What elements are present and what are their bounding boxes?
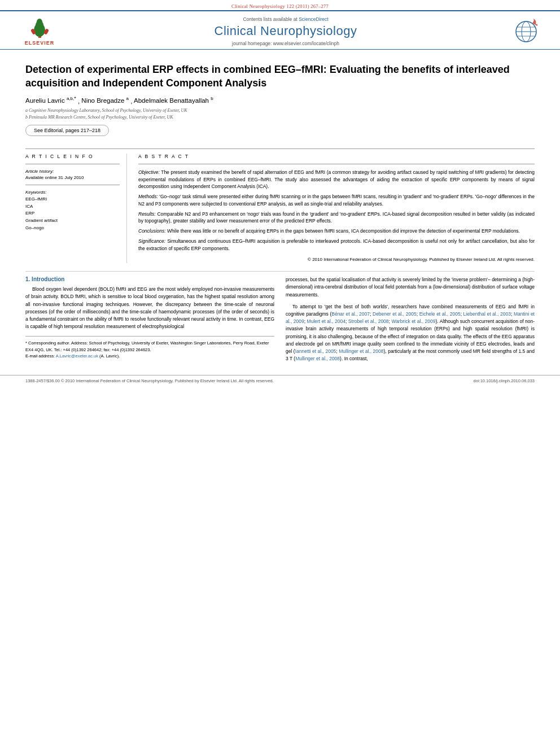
abstract-title: A B S T R A C T — [138, 154, 535, 159]
abstract-methods: Methods: 'Go–nogo' task stimuli were pre… — [138, 193, 535, 208]
conclusions-label: Conclusions: — [138, 228, 166, 234]
keyword-1: EEG–fMRI — [25, 196, 120, 203]
ref-benar[interactable]: Bénar et al., 2007 — [331, 311, 370, 317]
body-para1: Blood oxygen level dependent (BOLD) fMRI… — [25, 286, 274, 330]
ref-mulert[interactable]: Mulert et al., 2004 — [307, 318, 345, 324]
sciencedirect-link[interactable]: ScienceDirect — [299, 16, 328, 22]
keyword-2: ICA — [25, 203, 120, 211]
body-para2: processes, but the spatial localisation … — [286, 276, 535, 299]
keyword-5: Go–nogo — [25, 225, 120, 232]
objective-text: The present study examined the benefit o… — [138, 169, 535, 190]
ref-eichele[interactable]: Eichele et al., 2005 — [419, 311, 461, 317]
abstract-body: Objective: The present study examined th… — [138, 169, 535, 252]
keyword-3: ERP — [25, 210, 120, 217]
ref-iannetti[interactable]: Iannetti et al., 2005 — [295, 348, 336, 354]
journal-logo-row: ELSEVIER Contents lists available at Sci… — [0, 10, 560, 50]
results-label: Results: — [138, 211, 156, 217]
journal-main-title: Clinical Neurophysiology — [62, 24, 509, 38]
ref-liebenthal[interactable]: Liebenthal et al., 2003 — [463, 311, 511, 317]
footnote-star: * Corresponding author. Address: School … — [25, 340, 274, 353]
footnote-email: E-mail address: A.Lavric@exeter.ac.uk (A… — [25, 353, 274, 359]
methods-text: 'Go–nogo' task stimuli were presented ei… — [138, 194, 535, 207]
abstract-divider — [138, 164, 535, 164]
affiliations: a Cognitive Neurophysiology Laboratory, … — [25, 107, 535, 120]
abstract-objective: Objective: The present study examined th… — [138, 169, 535, 190]
journal-citation-text: Clinical Neurophysiology 122 (2011) 267–… — [231, 3, 329, 9]
author-bregadze: Nino Bregadze a — [81, 97, 129, 104]
article-info-title: A R T I C L E I N F O — [25, 154, 120, 159]
abstract-results: Results: Comparable N2 and P3 enhancemen… — [138, 211, 535, 225]
ref-debener[interactable]: Debener et al., 2005 — [373, 311, 417, 317]
journal-homepage: journal homepage: www.elsevier.com/locat… — [62, 41, 509, 46]
ref-mullinger2[interactable]: Mullinger et al., 2008 — [295, 356, 340, 361]
footnote-section: * Corresponding author. Address: School … — [25, 336, 274, 359]
article-title: Detection of experimental ERP effects in… — [25, 63, 535, 90]
affiliation-b: b Peninsula MR Research Centre, School o… — [25, 114, 535, 120]
globe-icon — [512, 18, 540, 46]
journal-citation-bar: Clinical Neurophysiology 122 (2011) 267–… — [0, 0, 560, 10]
body-left-col: 1. Introduction Blood oxygen level depen… — [25, 276, 274, 367]
abstract-conclusions: Conclusions: While there was little or n… — [138, 228, 535, 235]
body-right-col: processes, but the spatial localisation … — [286, 276, 535, 367]
footer-bar: 1388-2457/$36.00 © 2010 International Fe… — [0, 375, 560, 386]
ref-warbrick[interactable]: Warbrick et al., 2009 — [391, 318, 435, 324]
author-lavric: Aureliu Lavric a,b,* — [25, 97, 76, 104]
results-text: Comparable N2 and P3 enhancement on 'nog… — [138, 211, 535, 224]
methods-label: Methods: — [138, 194, 158, 199]
conclusions-text: While there was little or no benefit of … — [167, 228, 520, 234]
email-link[interactable]: A.Lavric@exeter.ac.uk — [56, 353, 98, 359]
keywords-label: Keywords: — [25, 190, 120, 195]
ref-mullinger1[interactable]: Mullinger et al., 2008 — [339, 348, 383, 354]
abstract-significance: Significance: Simultaneous and continuou… — [138, 238, 535, 252]
intro-heading: 1. Introduction — [25, 276, 274, 282]
footer-issn: 1388-2457/$36.00 © 2010 International Fe… — [25, 378, 274, 383]
journal-title-center: Contents lists available at ScienceDirec… — [62, 16, 509, 46]
significance-label: Significance: — [138, 238, 165, 244]
abstract-col: A B S T R A C T Objective: The present s… — [138, 154, 535, 264]
affiliation-a: a Cognitive Neurophysiology Laboratory, … — [25, 107, 535, 113]
info-divider2 — [25, 185, 120, 185]
body-two-col: 1. Introduction Blood oxygen level depen… — [25, 276, 535, 367]
abstract-copyright: © 2010 International Federation of Clini… — [138, 256, 535, 263]
keyword-4: Gradient artifact — [25, 217, 120, 225]
ref-strobel[interactable]: Strobel et al., 2008 — [348, 318, 389, 324]
body-section: 1. Introduction Blood oxygen level depen… — [25, 271, 535, 367]
main-content: Detection of experimental ERP effects in… — [0, 50, 560, 367]
contents-line: Contents lists available at ScienceDirec… — [62, 16, 509, 22]
svg-point-3 — [37, 19, 42, 25]
journal-icon-right — [509, 16, 543, 47]
available-online: Available online 31 July 2010 — [25, 175, 120, 180]
history-label: Article history: — [25, 169, 120, 174]
elsevier-logo: ELSEVIER — [17, 16, 62, 47]
info-divider — [25, 164, 120, 164]
significance-text: Simultaneous and continuous EEG–fMRI acq… — [138, 238, 535, 251]
article-info-col: A R T I C L E I N F O Article history: A… — [25, 154, 127, 264]
elsevier-tree-icon — [27, 18, 53, 39]
objective-label: Objective: — [138, 169, 160, 175]
elsevier-wordmark: ELSEVIER — [25, 40, 55, 46]
editorial-box: See Editorial, pages 217–218 — [25, 125, 109, 136]
author-benattayallah: Abdelmalek Benattayallah b — [134, 97, 213, 104]
footer-doi: doi:10.1016/j.clinph.2010.06.033 — [474, 378, 535, 383]
header-divider — [25, 148, 535, 149]
authors-line: Aureliu Lavric a,b,* , Nino Bregadze a ,… — [25, 96, 535, 104]
info-abstract-section: A R T I C L E I N F O Article history: A… — [25, 154, 535, 264]
body-para3: To attempt to 'get the best of both worl… — [286, 303, 535, 362]
keywords-list: EEG–fMRI ICA ERP Gradient artifact Go–no… — [25, 196, 120, 232]
